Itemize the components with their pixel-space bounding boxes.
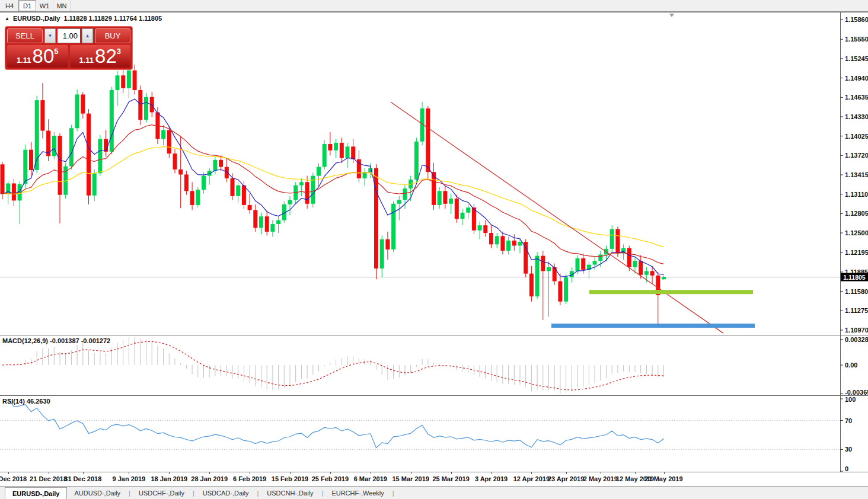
sell-button[interactable]: SELL <box>7 28 43 43</box>
sell-price-prefix: 1.11 <box>17 56 31 65</box>
fast-ma-line <box>2 99 664 277</box>
svg-text:70: 70 <box>845 417 852 424</box>
svg-text:1.14330: 1.14330 <box>845 113 868 120</box>
date-label: 28 Jan 2019 <box>191 475 228 482</box>
date-tick <box>83 472 84 474</box>
date-tick <box>250 472 250 474</box>
date-tick <box>531 472 532 474</box>
date-label: 3 Apr 2019 <box>475 475 508 482</box>
date-label: 12 Dec 2018 <box>0 475 27 482</box>
sell-price-panel[interactable]: 1.11 80 5 <box>7 45 68 68</box>
rsi-indicator-pane: 10070300RSI(14) 46.2630 <box>0 396 868 472</box>
buy-button[interactable]: BUY <box>95 28 130 43</box>
date-label: 18 Jan 2019 <box>151 475 187 482</box>
candles-layer <box>1 62 666 326</box>
date-tick <box>209 472 210 474</box>
tab-separator: | <box>256 487 260 499</box>
chart-symbol-label: EURUSD-,Daily <box>13 15 60 22</box>
date-tick <box>411 472 411 474</box>
collapse-triangle-icon[interactable]: ▲ <box>5 16 9 21</box>
date-label: 15 Mar 2019 <box>392 475 429 482</box>
svg-text:100: 100 <box>845 396 856 403</box>
chart-tab-eurusd-daily[interactable]: EURUSD-,Daily <box>5 487 67 499</box>
sell-price-big: 80 <box>33 46 55 67</box>
svg-text:1.14635: 1.14635 <box>845 94 868 101</box>
date-label: 21 Dec 2018 <box>30 475 67 482</box>
rsi-svg: 10070300RSI(14) 46.2630 <box>0 396 868 472</box>
macd-signal-line <box>2 341 664 390</box>
support-line-green[interactable] <box>589 290 753 294</box>
date-label: 6 Feb 2019 <box>233 475 266 482</box>
timeframe-button-mn[interactable]: MN <box>53 0 71 11</box>
svg-text:1.15550: 1.15550 <box>845 36 868 43</box>
chart-tab-audusd-daily[interactable]: AUDUSD-,Daily <box>67 487 127 499</box>
svg-text:1.14940: 1.14940 <box>845 75 868 82</box>
svg-text:1.14025: 1.14025 <box>845 133 868 140</box>
buy-price-sup: 3 <box>117 47 121 56</box>
support-line-blue[interactable] <box>551 324 755 328</box>
svg-text:1.13110: 1.13110 <box>845 191 868 198</box>
volume-input[interactable] <box>58 28 80 43</box>
rsi-line <box>8 399 664 448</box>
date-tick <box>330 472 331 474</box>
timeframe-button-d1[interactable]: D1 <box>18 0 36 11</box>
svg-text:1.15245: 1.15245 <box>845 55 868 62</box>
date-label: 6 Mar 2019 <box>354 475 387 482</box>
chart-tab-usdcad-daily[interactable]: USDCAD-,Daily <box>196 487 256 499</box>
date-label: 25 Mar 2019 <box>432 475 469 482</box>
date-label: 9 Jan 2019 <box>113 475 146 482</box>
svg-text:1.10970: 1.10970 <box>845 327 868 334</box>
chart-tab-eurchf-weekly[interactable]: EURCHF-,Weekly <box>324 487 391 499</box>
tab-separator: | <box>192 487 196 499</box>
one-click-trading-widget: SELL ▼ ▲ BUY 1.11 80 5 1.11 82 3 <box>5 26 133 70</box>
timeframe-button-w1[interactable]: W1 <box>36 0 53 11</box>
tab-separator: | <box>391 487 395 499</box>
svg-text:1.13415: 1.13415 <box>845 171 868 178</box>
svg-text:1.11275: 1.11275 <box>845 307 868 314</box>
date-tick <box>664 472 665 474</box>
svg-text:1.11580: 1.11580 <box>845 288 868 295</box>
svg-text:0.003287: 0.003287 <box>845 336 868 343</box>
chart-tab-usdchf-daily[interactable]: USDCHF-,Daily <box>132 487 192 499</box>
buy-price-panel[interactable]: 1.11 82 3 <box>70 45 131 68</box>
price-axis[interactable]: 1.158601.155501.152451.149401.146351.143… <box>840 12 868 335</box>
date-tick <box>129 472 129 474</box>
chart-tab-usdcnh-daily[interactable]: USDCNH-,Daily <box>260 487 320 499</box>
svg-text:-0.003659: -0.003659 <box>845 389 868 396</box>
date-tick <box>635 472 636 474</box>
date-label: 12 Apr 2019 <box>513 475 550 482</box>
date-tick <box>169 472 170 474</box>
macd-axis[interactable]: 0.0032870.00-0.003659 <box>840 335 868 396</box>
date-axis[interactable]: 12 Dec 201821 Dec 201831 Dec 20189 Jan 2… <box>0 472 868 487</box>
date-tick <box>290 472 291 474</box>
volume-decrease-button[interactable]: ▼ <box>44 28 56 43</box>
descending-trendline[interactable] <box>391 102 723 333</box>
date-tick <box>492 472 492 474</box>
svg-text:1.11805: 1.11805 <box>843 274 866 281</box>
date-label: 25 Feb 2019 <box>312 475 349 482</box>
date-tick <box>371 472 371 474</box>
macd-label: MACD(12,26,9) -0.001387 -0.001272 <box>2 337 110 344</box>
date-label: 2 May 2019 <box>583 475 618 482</box>
chart-tab-bar: EURUSD-,DailyAUDUSD-,Daily|USDCHF-,Daily… <box>0 487 868 499</box>
svg-text:1.12805: 1.12805 <box>845 210 868 217</box>
macd-indicator-pane: 0.0032870.00-0.003659MACD(12,26,9) -0.00… <box>0 335 868 396</box>
date-tick <box>49 472 49 474</box>
svg-text:1.12500: 1.12500 <box>845 229 868 236</box>
svg-text:30: 30 <box>845 446 852 453</box>
timeframe-button-h4[interactable]: H4 <box>1 0 18 11</box>
macd-svg: 0.0032870.00-0.003659MACD(12,26,9) -0.00… <box>0 335 868 396</box>
svg-text:0: 0 <box>845 465 848 472</box>
date-tick <box>601 472 601 474</box>
volume-increase-button[interactable]: ▲ <box>82 28 93 43</box>
chart-shift-marker-icon[interactable] <box>669 14 674 17</box>
date-tick <box>566 472 567 474</box>
timeframe-toolbar: H4D1W1MN <box>0 0 868 12</box>
svg-text:0.00: 0.00 <box>845 362 857 369</box>
macd-histogram <box>2 337 664 394</box>
date-label: 21 May 2019 <box>644 475 682 482</box>
rsi-label: RSI(14) 46.2630 <box>2 398 50 405</box>
buy-price-big: 82 <box>95 46 117 67</box>
tab-separator: | <box>321 487 325 499</box>
rsi-axis[interactable]: 10070300 <box>840 396 856 472</box>
